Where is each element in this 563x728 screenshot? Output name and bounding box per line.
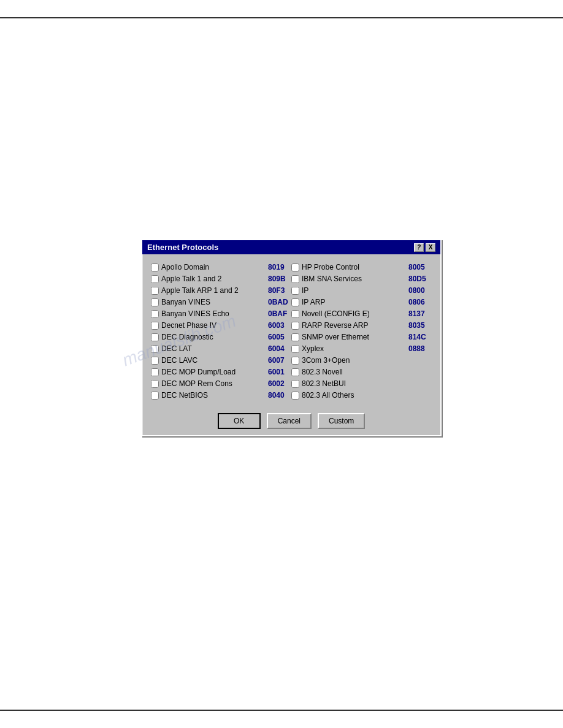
list-item: IBM SNA Services80D5 (291, 273, 432, 284)
protocol-checkbox[interactable] (151, 392, 159, 400)
protocol-code: 0BAF (268, 309, 291, 318)
protocol-name: 802.3 Novell (302, 368, 432, 376)
custom-button[interactable]: Custom (318, 413, 365, 429)
protocol-checkbox[interactable] (151, 357, 159, 365)
help-button[interactable]: ? (414, 243, 424, 252)
protocol-checkbox[interactable] (151, 345, 159, 353)
list-item: Apple Talk ARP 1 and 280F3 (151, 285, 291, 296)
protocol-checkbox[interactable] (291, 345, 299, 353)
protocol-code: 8005 (408, 263, 432, 271)
protocol-checkbox[interactable] (151, 322, 159, 330)
list-item: Decnet Phase IV6003 (151, 320, 291, 331)
protocol-code: 8040 (268, 391, 291, 400)
list-item: 3Com 3+Open (291, 355, 432, 366)
protocol-checkbox[interactable] (291, 322, 299, 330)
list-item: DEC MOP Rem Cons6002 (151, 378, 291, 389)
bottom-rule (0, 710, 563, 711)
protocol-name: DEC MOP Rem Cons (161, 379, 266, 388)
list-item: 802.3 Novell (291, 366, 432, 377)
list-item: DEC LAVC6007 (151, 355, 291, 366)
protocol-name: SNMP over Ethernet (302, 333, 406, 341)
protocol-name: DEC LAT (161, 344, 266, 353)
protocol-name: 3Com 3+Open (302, 356, 432, 365)
protocol-name: HP Probe Control (302, 263, 406, 271)
protocol-checkbox[interactable] (291, 298, 299, 306)
protocol-checkbox[interactable] (291, 368, 299, 376)
cancel-button[interactable]: Cancel (267, 413, 312, 429)
protocol-name: IBM SNA Services (302, 275, 406, 283)
protocol-checkbox[interactable] (291, 287, 299, 295)
protocol-name: Xyplex (302, 344, 406, 353)
protocol-name: RARP Reverse ARP (302, 321, 406, 330)
protocol-code: 80D5 (408, 275, 432, 283)
protocol-name: DEC LAVC (161, 356, 266, 365)
protocol-checkbox[interactable] (151, 264, 159, 271)
list-item: DEC LAT6004 (151, 343, 291, 354)
protocol-checkbox[interactable] (291, 333, 299, 341)
protocol-checkbox[interactable] (151, 368, 159, 376)
protocol-name: Apollo Domain (161, 263, 266, 271)
list-item: Banyan VINES0BAD (151, 297, 291, 308)
protocol-checkbox[interactable] (291, 392, 299, 400)
list-item: Apple Talk 1 and 2809B (151, 273, 291, 284)
list-item: DEC MOP Dump/Load6001 (151, 366, 291, 377)
protocol-name: 802.3 All Others (302, 391, 432, 400)
close-button[interactable]: X (426, 243, 435, 252)
protocol-checkbox[interactable] (291, 264, 299, 271)
protocol-code: 809B (268, 275, 291, 283)
protocol-code: 6004 (268, 344, 291, 353)
protocol-checkbox[interactable] (291, 310, 299, 318)
list-item: IP0800 (291, 285, 432, 296)
protocol-code: 8137 (408, 309, 432, 318)
list-item: 802.3 NetBUI (291, 378, 432, 389)
protocol-name: DEC NetBIOS (161, 391, 266, 400)
protocol-name: IP ARP (302, 298, 406, 306)
top-rule (0, 17, 563, 18)
list-item: DEC Diagnostic6005 (151, 332, 291, 343)
protocol-checkbox[interactable] (151, 333, 159, 341)
protocol-code: 6003 (268, 321, 291, 330)
protocol-name: Banyan VINES (161, 298, 266, 306)
protocol-checkbox[interactable] (151, 287, 159, 295)
dialog-content: Apollo Domain8019Apple Talk 1 and 2809BA… (142, 254, 440, 435)
protocol-checkbox[interactable] (291, 357, 299, 365)
list-item: SNMP over Ethernet814C (291, 332, 432, 343)
list-item: DEC NetBIOS8040 (151, 390, 291, 401)
protocol-grid: Apollo Domain8019Apple Talk 1 and 2809BA… (151, 262, 432, 401)
protocol-name: Apple Talk 1 and 2 (161, 275, 266, 283)
list-item: Novell (ECONFIG E)8137 (291, 308, 432, 319)
dialog-title: Ethernet Protocols (147, 243, 218, 252)
protocol-name: Banyan VINES Echo (161, 309, 266, 318)
ethernet-protocols-dialog: Ethernet Protocols ? X Apollo Domain8019… (141, 239, 442, 436)
button-row: OK Cancel Custom (151, 409, 432, 429)
protocol-code: 0888 (408, 344, 432, 353)
protocol-code: 8035 (408, 321, 432, 330)
protocol-code: 6005 (268, 333, 291, 341)
protocol-code: 80F3 (268, 286, 291, 295)
protocol-name: DEC Diagnostic (161, 333, 266, 341)
protocol-name: Decnet Phase IV (161, 321, 266, 330)
protocol-name: 802.3 NetBUI (302, 379, 432, 388)
protocol-checkbox[interactable] (291, 380, 299, 388)
protocol-code: 6001 (268, 368, 291, 376)
list-item: Apollo Domain8019 (151, 262, 291, 273)
list-item: Banyan VINES Echo0BAF (151, 308, 291, 319)
protocol-name: Novell (ECONFIG E) (302, 309, 406, 318)
protocol-checkbox[interactable] (291, 275, 299, 283)
protocol-code: 0BAD (268, 298, 291, 306)
protocol-checkbox[interactable] (151, 275, 159, 283)
protocol-name: Apple Talk ARP 1 and 2 (161, 286, 266, 295)
protocol-code: 0800 (408, 286, 432, 295)
protocol-code: 8019 (268, 263, 291, 271)
protocol-code: 6002 (268, 379, 291, 388)
list-item: 802.3 All Others (291, 390, 432, 401)
protocol-checkbox[interactable] (151, 310, 159, 318)
list-item: Xyplex0888 (291, 343, 432, 354)
protocol-checkbox[interactable] (151, 380, 159, 388)
dialog-title-bar: Ethernet Protocols ? X (142, 240, 440, 254)
list-item: IP ARP0806 (291, 297, 432, 308)
ok-button[interactable]: OK (218, 413, 261, 429)
protocol-checkbox[interactable] (151, 298, 159, 306)
protocol-code: 0806 (408, 298, 432, 306)
title-bar-buttons: ? X (414, 243, 435, 252)
